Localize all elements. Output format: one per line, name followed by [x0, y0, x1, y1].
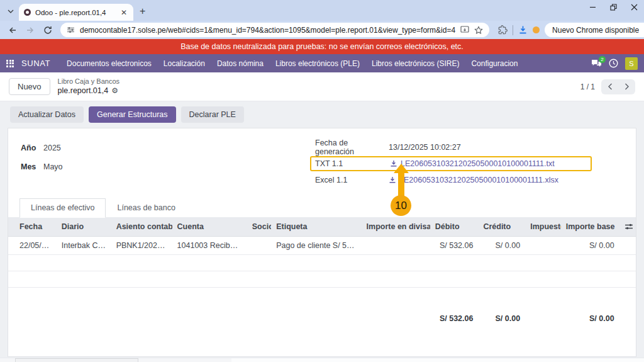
actualizar-datos-button[interactable]: Actualizar Datos [10, 106, 84, 123]
menu-libros-ple[interactable]: Libros electrónicos (PLE) [275, 59, 360, 68]
restore-icon[interactable] [610, 4, 617, 11]
cell-impuesto[interactable] [525, 237, 561, 255]
excel-download-link[interactable]: LE2060531032120250500010100001111.xlsx [389, 176, 558, 184]
browser-tab[interactable]: Odoo - ple.report.01,4 ✕ [19, 4, 133, 21]
menu-libros-sire[interactable]: Libros electrónicos (SIRE) [372, 59, 459, 68]
downloads-icon[interactable] [518, 25, 528, 35]
apps-menu-icon[interactable] [6, 60, 14, 67]
month-label: Mes [21, 162, 43, 171]
table-row[interactable]: 22/05/2025 Interbak C. Empresa PBNK1/202… [8, 237, 636, 255]
col-socio[interactable]: Socio [247, 217, 271, 237]
cell-diario[interactable]: Interbak C. Empresa [57, 237, 111, 255]
txt-label: TXT 1.1 [315, 159, 390, 168]
odoo-navbar: SUNAT Documentos electronicos Localizaci… [0, 54, 644, 72]
pager [601, 79, 635, 94]
cell-credito[interactable]: S/ 0.00 [478, 237, 525, 255]
cell-socio[interactable] [247, 237, 271, 255]
tab-close-icon[interactable]: ✕ [119, 8, 128, 17]
form-sheet: Año 2025 Mes Mayo Fecha de generación 13… [8, 128, 636, 357]
control-panel: Nuevo Libro Caja y Bancos ple.report.01,… [0, 72, 644, 101]
cash-lines-table: Fecha Diario Asiento contable Cuenta Soc… [8, 217, 636, 327]
col-importe-divisa[interactable]: Importe en divisa [362, 217, 430, 237]
record-name: ple.report.01,4 [58, 86, 109, 96]
col-diario[interactable]: Diario [57, 217, 111, 237]
reload-icon[interactable] [40, 23, 55, 38]
pager-count: 1 / 1 [580, 82, 595, 91]
annotation-arrow-shaft [398, 172, 404, 198]
minimize-icon[interactable] [589, 4, 596, 11]
new-tab-icon[interactable]: + [140, 6, 145, 17]
table-row-empty [8, 271, 636, 288]
cell-divisa[interactable] [362, 237, 430, 255]
menu-configuracion[interactable]: Configuracion [471, 59, 518, 68]
col-asiento[interactable]: Asiento contable [111, 217, 172, 237]
toolbar-separator [513, 25, 513, 35]
table-header-row: Fecha Diario Asiento contable Cuenta Soc… [8, 217, 636, 237]
breadcrumb-parent[interactable]: Libro Caja y Bancos [58, 77, 119, 86]
user-avatar[interactable]: S [625, 57, 638, 70]
bottom-strip-segment [15, 358, 138, 362]
tab-lineas-de-banco[interactable]: Líneas de banco [106, 198, 186, 218]
bottom-strip-segment [231, 358, 644, 362]
gear-icon[interactable]: ⚙ [111, 86, 118, 96]
cell-asiento[interactable]: PBNK1/2025/00016 [111, 237, 172, 255]
col-cuenta[interactable]: Cuenta [172, 217, 247, 237]
col-credito[interactable]: Crédito [478, 217, 525, 237]
download-icon [389, 176, 396, 184]
forward-icon[interactable] [23, 23, 38, 38]
browser-titlebar: Odoo - ple.report.01,4 ✕ + [0, 0, 644, 21]
menu-datos-nomina[interactable]: Datos nómina [217, 59, 264, 68]
optional-columns-icon[interactable] [619, 217, 636, 237]
tab-search-icon[interactable] [4, 4, 18, 18]
app-brand[interactable]: SUNAT [21, 59, 50, 68]
col-etiqueta[interactable]: Etiqueta [271, 217, 361, 237]
pager-next-icon[interactable] [618, 79, 635, 94]
bookmark-star-icon[interactable] [474, 26, 483, 35]
cell-fecha[interactable]: 22/05/2025 [8, 237, 57, 255]
col-importe-base[interactable]: Importe base [561, 217, 619, 237]
navbar-menu: Documentos electronicos Localización Dat… [67, 59, 518, 68]
url-text[interactable]: democontable17.solse.pe/web#cids=1&menu_… [80, 26, 455, 35]
messages-button[interactable]: 2 [591, 59, 602, 68]
cell-cuenta[interactable]: 1041003 Recibos pendi... [172, 237, 247, 255]
month-field[interactable]: Mayo [43, 162, 63, 171]
year-field[interactable]: 2025 [43, 144, 61, 152]
menu-documentos-electronicos[interactable]: Documentos electronicos [67, 59, 152, 68]
cell-base[interactable]: S/ 0.00 [561, 237, 619, 255]
total-debito: S/ 532.06 [430, 288, 479, 328]
tab-lineas-de-efectivo[interactable]: Líneas de efectivo [19, 198, 106, 218]
table-row-empty [8, 255, 636, 271]
col-fecha[interactable]: Fecha [8, 217, 57, 237]
extensions-icon[interactable] [498, 25, 508, 35]
declarar-ple-button[interactable]: Declarar PLE [181, 106, 244, 123]
cell-debito[interactable]: S/ 532.06 [430, 237, 479, 255]
totals-row: S/ 532.06 S/ 0.00 S/ 0.00 [8, 288, 636, 328]
generar-estructuras-button[interactable]: Generar Estructuras [89, 106, 176, 123]
pager-previous-icon[interactable] [601, 79, 618, 94]
banner-text: Base de datos neutralizada para pruebas:… [180, 42, 464, 51]
activities-clock-icon[interactable] [609, 59, 618, 68]
new-button[interactable]: Nuevo [9, 78, 50, 95]
txt-download-link[interactable]: LE2060531032120250500010100001111.txt [390, 159, 555, 168]
generation-date-label: Fecha de generación [315, 139, 389, 156]
notebook-tabs: Líneas de efectivo Líneas de banco [19, 198, 636, 218]
chrome-update-chip[interactable]: Nuevo Chrome disponible ⋮ [545, 23, 644, 37]
install-icon[interactable] [460, 26, 469, 34]
annotation-step-number: 10 [391, 195, 411, 216]
site-info-icon[interactable] [67, 26, 75, 34]
col-impuesto[interactable]: Impuesto [525, 217, 561, 237]
tab-title: Odoo - ple.report.01,4 [35, 9, 115, 16]
total-credito: S/ 0.00 [478, 288, 525, 328]
cell-etiqueta[interactable]: Pago de cliente S/ 532.... [271, 237, 361, 255]
url-bar[interactable]: democontable17.solse.pe/web#cids=1&menu_… [60, 23, 489, 37]
back-icon[interactable] [5, 23, 20, 38]
txt-row-highlight: TXT 1.1 LE206053103212025050001010000111… [310, 156, 592, 171]
odoo-favicon-icon [24, 9, 31, 16]
breadcrumb: Libro Caja y Bancos ple.report.01,4 ⚙ [58, 77, 119, 96]
generation-date-value: 13/12/2025 10:02:27 [389, 143, 461, 152]
close-icon[interactable] [631, 4, 638, 11]
profile-avatar-icon[interactable] [533, 26, 540, 33]
menu-localizacion[interactable]: Localización [164, 59, 205, 68]
col-debito[interactable]: Débito [430, 217, 479, 237]
bottom-window-strip [0, 358, 644, 362]
